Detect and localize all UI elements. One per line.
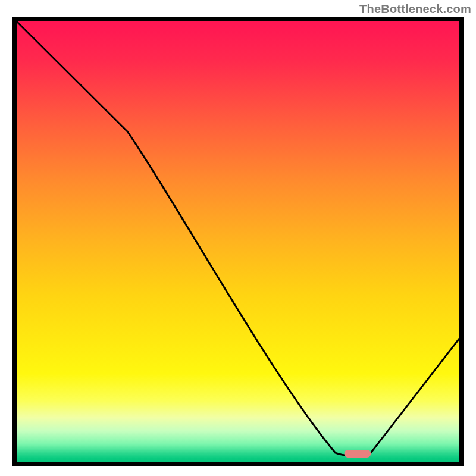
- plot-area: [17, 21, 459, 462]
- watermark-text: TheBottleneck.com: [359, 2, 471, 16]
- chart-container: TheBottleneck.com: [0, 0, 476, 476]
- chart-svg: [17, 21, 459, 462]
- plot-frame: [12, 17, 464, 466]
- optimal-marker: [345, 450, 371, 458]
- bottleneck-curve: [17, 21, 459, 455]
